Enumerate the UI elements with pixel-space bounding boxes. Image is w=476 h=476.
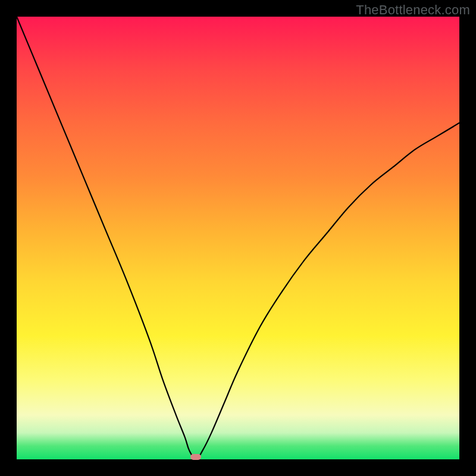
bottleneck-curve-path [17, 17, 459, 459]
chart-frame: TheBottleneck.com [0, 0, 476, 476]
min-marker [190, 454, 201, 460]
curve-svg [17, 17, 459, 459]
watermark-text: TheBottleneck.com [356, 2, 470, 18]
plot-area [17, 17, 459, 459]
